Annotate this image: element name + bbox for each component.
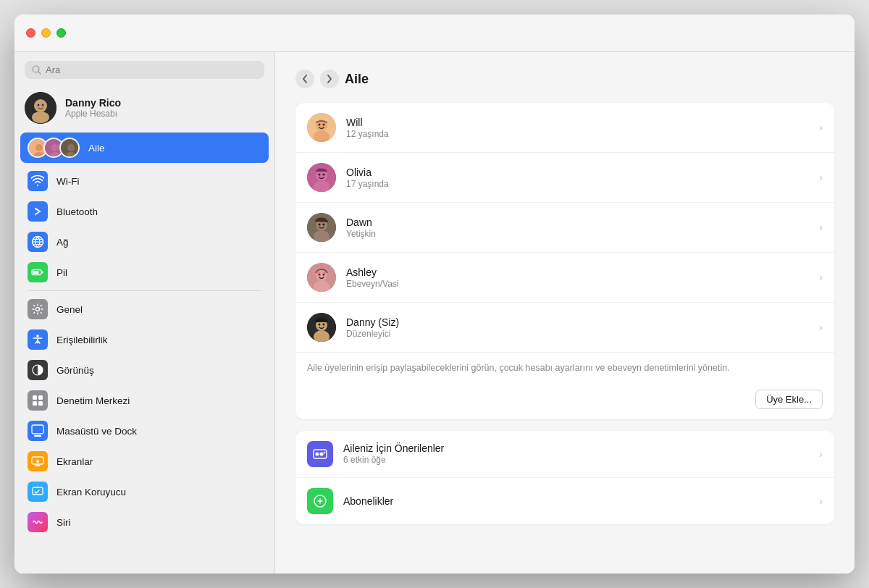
maximize-button[interactable] [56, 28, 66, 38]
feature-name-subscriptions: Abonelikler [343, 495, 819, 507]
sidebar-item-siri[interactable]: Siri [20, 507, 269, 537]
sidebar-item-label-erisilebilirlik: Erişilebilirlik [56, 335, 108, 345]
globe-icon-bg [28, 232, 48, 252]
svg-point-52 [317, 272, 320, 274]
close-button[interactable] [26, 28, 35, 38]
search-bar [14, 52, 274, 86]
member-name-danny: Danny (Siz) [346, 316, 819, 328]
members-card: Will 12 yaşında › [295, 103, 834, 419]
sidebar: Danny Rico Apple Hesabı [14, 52, 275, 574]
svg-point-35 [319, 124, 321, 126]
traffic-lights [26, 28, 66, 38]
svg-rect-24 [38, 395, 43, 400]
main-content: Danny Rico Apple Hesabı [14, 52, 855, 574]
svg-point-3 [34, 99, 47, 112]
feature-info-subscriptions: Abonelikler [343, 495, 819, 507]
svg-rect-26 [38, 401, 43, 406]
minimize-button[interactable] [41, 28, 51, 38]
chevron-right-icon-danny: › [819, 322, 823, 333]
sidebar-item-label-gorunus: Görünüş [56, 365, 94, 376]
main-window: Danny Rico Apple Hesabı [14, 14, 855, 574]
svg-point-58 [323, 324, 325, 326]
avatar-danny [307, 313, 336, 342]
sidebar-item-masaustu[interactable]: Masaüstü ve Dock [20, 416, 269, 446]
member-row-dawn[interactable]: Dawn Yetişkin › [295, 203, 834, 253]
sidebar-item-label-masaustu: Masaüstü ve Dock [56, 426, 137, 437]
svg-point-62 [324, 451, 326, 453]
svg-point-4 [32, 112, 49, 123]
sidebar-item-label-ag: Ağ [56, 237, 69, 248]
member-row-will[interactable]: Will 12 yaşında › [295, 103, 834, 153]
member-info-olivia: Olivia 17 yaşında [346, 167, 819, 189]
sidebar-item-label-ekranlar: Ekranlar [56, 456, 93, 467]
svg-point-40 [319, 174, 321, 176]
chevron-right-icon-subscriptions: › [819, 495, 823, 507]
sidebar-item-ekranlar[interactable]: Ekranlar [20, 446, 269, 476]
sidebar-item-aile[interactable]: Aile [20, 133, 269, 163]
feature-row-subscriptions[interactable]: Abonelikler › [295, 478, 834, 524]
member-info-will: Will 12 yaşında [346, 117, 819, 139]
page-title: Aile [345, 72, 369, 87]
svg-point-46 [323, 224, 325, 226]
display-icon-bg [28, 451, 48, 471]
svg-point-14 [67, 144, 75, 151]
sidebar-item-label-denetim: Denetim Merkezi [56, 395, 130, 406]
sidebar-item-denetim[interactable]: Denetim Merkezi [20, 385, 269, 416]
member-row-olivia[interactable]: Olivia 17 yaşında › [295, 153, 834, 203]
family-avatars [28, 138, 80, 158]
svg-point-41 [323, 174, 325, 176]
chevron-left-icon [301, 74, 308, 84]
accessibility-icon-bg [28, 329, 48, 350]
svg-point-53 [323, 272, 326, 274]
sidebar-item-bluetooth[interactable]: Bluetooth [20, 196, 269, 227]
search-input[interactable] [46, 64, 257, 75]
svg-rect-23 [33, 395, 37, 400]
avatar-ashley [307, 263, 336, 292]
member-row-ashley[interactable]: Ashley Ebeveyn/Vasi › [295, 253, 834, 303]
member-row-danny[interactable]: Danny (Siz) Düzenleyici › [295, 303, 834, 353]
sidebar-item-ekran-koruyucu[interactable]: Ekran Koruyucu [20, 476, 269, 507]
svg-point-57 [319, 324, 321, 326]
member-name-will: Will [346, 117, 819, 128]
sidebar-item-label-pil: Pil [56, 267, 67, 278]
control-icon [31, 394, 44, 407]
sidebar-item-label-ekran-koruyucu: Ekran Koruyucu [56, 487, 126, 497]
search-wrapper[interactable] [25, 61, 264, 79]
siri-icon-bg [28, 512, 48, 532]
add-member-button[interactable]: Üye Ekle... [755, 390, 823, 409]
titlebar [14, 14, 855, 52]
feature-row-recommendations[interactable]: Aileniz İçin Önerilenler 6 etkin öğe › [295, 431, 834, 478]
globe-icon [31, 235, 44, 248]
user-profile[interactable]: Danny Rico Apple Hesabı [14, 86, 274, 133]
member-info-dawn: Dawn Yetişkin [346, 217, 819, 239]
sidebar-item-wifi[interactable]: Wi-Fi [20, 166, 269, 196]
member-role-danny: Düzenleyici [346, 329, 819, 339]
recommendations-icon-bg [307, 441, 333, 467]
svg-line-1 [38, 72, 41, 74]
svg-rect-27 [32, 425, 43, 434]
svg-point-8 [35, 144, 43, 151]
chevron-right-icon-ashley: › [819, 272, 823, 283]
forward-button[interactable] [320, 70, 339, 88]
sidebar-item-erisilebilirlik[interactable]: Erişilebilirlik [20, 324, 269, 355]
chevron-right-icon-recommendations: › [819, 448, 823, 460]
sidebar-item-label-wifi: Wi-Fi [56, 176, 79, 187]
back-button[interactable] [295, 70, 314, 88]
sidebar-item-genel[interactable]: Genel [20, 294, 269, 324]
bluetooth-icon-bg [28, 201, 48, 222]
bluetooth-icon [31, 205, 44, 218]
svg-point-20 [36, 308, 40, 311]
svg-rect-18 [42, 272, 43, 274]
sidebar-item-label-aile: Aile [88, 143, 105, 154]
sidebar-item-ag[interactable]: Ağ [20, 227, 269, 257]
sidebar-item-label-bluetooth: Bluetooth [56, 206, 98, 217]
screensaver-icon-bg [28, 482, 48, 502]
sidebar-item-gorunus[interactable]: Görünüş [20, 355, 269, 385]
svg-point-5 [38, 104, 40, 106]
search-icon [32, 65, 41, 75]
sidebar-item-pil[interactable]: Pil [20, 257, 269, 287]
svg-point-30 [36, 460, 39, 463]
chevron-right-icon-will: › [819, 122, 823, 133]
member-role-ashley: Ebeveyn/Vasi [346, 279, 819, 289]
avatar-olivia [307, 163, 336, 192]
